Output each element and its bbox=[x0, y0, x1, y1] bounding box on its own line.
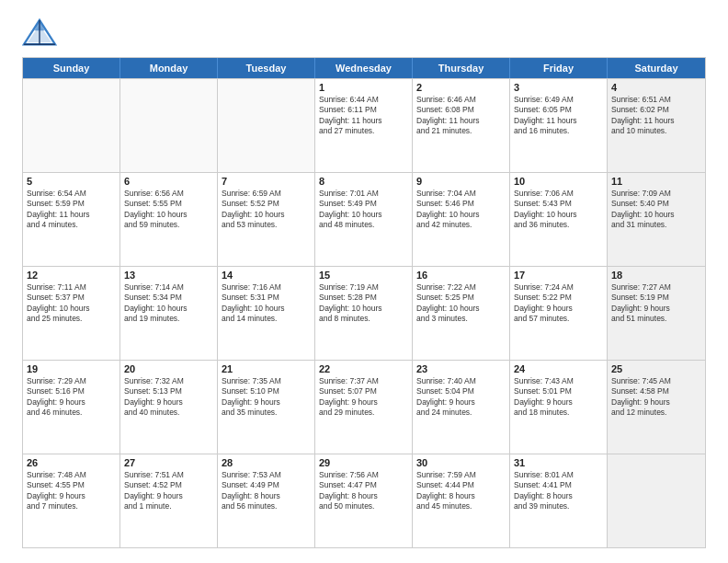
cell-line: Daylight: 8 hours bbox=[319, 491, 408, 501]
cal-cell: 15Sunrise: 7:19 AMSunset: 5:28 PMDayligh… bbox=[315, 267, 413, 360]
cal-cell: 11Sunrise: 7:09 AMSunset: 5:40 PMDayligh… bbox=[608, 173, 705, 266]
day-number: 17 bbox=[514, 270, 603, 281]
cell-line: Sunrise: 7:01 AM bbox=[319, 189, 408, 199]
cell-line: and 46 minutes. bbox=[27, 408, 116, 418]
day-number: 8 bbox=[319, 176, 408, 187]
cell-line: Sunrise: 7:59 AM bbox=[416, 470, 506, 480]
cell-line: Sunrise: 7:04 AM bbox=[416, 189, 506, 199]
cal-cell: 6Sunrise: 6:56 AMSunset: 5:55 PMDaylight… bbox=[120, 173, 218, 266]
day-number: 2 bbox=[416, 82, 506, 93]
cell-line: Sunrise: 6:56 AM bbox=[124, 189, 213, 199]
cell-line: and 56 minutes. bbox=[222, 501, 311, 511]
cell-line: Sunrise: 6:59 AM bbox=[222, 189, 311, 199]
cell-line: and 51 minutes. bbox=[611, 314, 701, 324]
cell-line: Daylight: 9 hours bbox=[416, 397, 506, 408]
cell-line: Sunrise: 7:19 AM bbox=[319, 282, 408, 293]
cell-line: Sunrise: 7:53 AM bbox=[222, 470, 311, 480]
cal-cell: 8Sunrise: 7:01 AMSunset: 5:49 PMDaylight… bbox=[315, 173, 413, 266]
cell-line: and 14 minutes. bbox=[222, 314, 311, 324]
cell-line: Sunrise: 6:49 AM bbox=[514, 95, 603, 105]
cell-line: Daylight: 9 hours bbox=[27, 397, 116, 408]
cell-line: Daylight: 11 hours bbox=[319, 116, 408, 126]
cell-line: and 45 minutes. bbox=[416, 501, 506, 511]
cell-line: Sunset: 4:47 PM bbox=[319, 480, 408, 490]
cell-line: Sunset: 5:46 PM bbox=[416, 199, 506, 209]
cell-line: Daylight: 9 hours bbox=[611, 397, 701, 408]
day-number: 20 bbox=[124, 363, 213, 374]
day-number: 14 bbox=[222, 270, 311, 281]
day-number: 9 bbox=[416, 176, 506, 187]
cal-cell: 17Sunrise: 7:24 AMSunset: 5:22 PMDayligh… bbox=[510, 267, 608, 360]
cell-line: and 35 minutes. bbox=[222, 408, 311, 418]
cal-header-tuesday: Tuesday bbox=[218, 58, 315, 78]
cell-line: Sunset: 5:19 PM bbox=[611, 293, 701, 303]
cell-line: Sunset: 4:58 PM bbox=[611, 386, 701, 396]
cell-line: Daylight: 11 hours bbox=[27, 210, 116, 220]
cell-line: Sunset: 5:28 PM bbox=[319, 293, 408, 303]
cal-week-5: 26Sunrise: 7:48 AMSunset: 4:55 PMDayligh… bbox=[23, 454, 705, 547]
day-number: 1 bbox=[319, 82, 408, 93]
cell-line: Daylight: 9 hours bbox=[514, 304, 603, 314]
cell-line: Sunset: 5:01 PM bbox=[514, 386, 603, 396]
cell-line: and 7 minutes. bbox=[27, 501, 116, 511]
cal-header-wednesday: Wednesday bbox=[315, 58, 413, 78]
cal-cell bbox=[23, 79, 120, 172]
day-number: 12 bbox=[27, 270, 116, 281]
cell-line: Daylight: 8 hours bbox=[222, 491, 311, 501]
cell-line: Sunset: 6:11 PM bbox=[319, 105, 408, 115]
cell-line: and 1 minute. bbox=[124, 501, 213, 511]
cell-line: Sunrise: 7:09 AM bbox=[611, 189, 701, 199]
day-number: 11 bbox=[611, 176, 701, 187]
cal-cell: 22Sunrise: 7:37 AMSunset: 5:07 PMDayligh… bbox=[315, 361, 413, 454]
cal-cell: 21Sunrise: 7:35 AMSunset: 5:10 PMDayligh… bbox=[218, 361, 315, 454]
cal-header-thursday: Thursday bbox=[413, 58, 510, 78]
cal-cell: 20Sunrise: 7:32 AMSunset: 5:13 PMDayligh… bbox=[120, 361, 218, 454]
cell-line: Sunrise: 7:45 AM bbox=[611, 376, 701, 386]
cell-line: Sunrise: 6:46 AM bbox=[416, 95, 506, 105]
cell-line: Sunset: 5:25 PM bbox=[416, 293, 506, 303]
cal-header-saturday: Saturday bbox=[608, 58, 705, 78]
cell-line: Sunset: 5:49 PM bbox=[319, 199, 408, 209]
cell-line: Sunset: 5:34 PM bbox=[124, 293, 213, 303]
cell-line: Daylight: 11 hours bbox=[611, 116, 701, 126]
cell-line: and 10 minutes. bbox=[611, 126, 701, 136]
day-number: 5 bbox=[27, 176, 116, 187]
cell-line: Sunset: 5:13 PM bbox=[124, 386, 213, 396]
cal-cell bbox=[608, 454, 705, 547]
cell-line: Sunset: 4:52 PM bbox=[124, 480, 213, 490]
cal-cell: 14Sunrise: 7:16 AMSunset: 5:31 PMDayligh… bbox=[218, 267, 315, 360]
cell-line: Sunrise: 7:56 AM bbox=[319, 470, 408, 480]
cell-line: and 24 minutes. bbox=[416, 408, 506, 418]
cell-line: Sunset: 5:55 PM bbox=[124, 199, 213, 209]
cell-line: and 50 minutes. bbox=[319, 501, 408, 511]
cell-line: Daylight: 10 hours bbox=[416, 304, 506, 314]
day-number: 27 bbox=[124, 457, 213, 468]
cell-line: Daylight: 10 hours bbox=[514, 210, 603, 220]
cell-line: and 21 minutes. bbox=[416, 126, 506, 136]
cell-line: and 42 minutes. bbox=[416, 220, 506, 230]
cell-line: and 39 minutes. bbox=[514, 501, 603, 511]
cell-line: Sunrise: 7:43 AM bbox=[514, 376, 603, 386]
cell-line: Sunset: 6:08 PM bbox=[416, 105, 506, 115]
cell-line: Sunrise: 7:11 AM bbox=[27, 282, 116, 293]
cell-line: Sunrise: 6:54 AM bbox=[27, 189, 116, 199]
cell-line: Sunset: 4:49 PM bbox=[222, 480, 311, 490]
day-number: 10 bbox=[514, 176, 603, 187]
cal-cell: 2Sunrise: 6:46 AMSunset: 6:08 PMDaylight… bbox=[413, 79, 510, 172]
cal-cell: 4Sunrise: 6:51 AMSunset: 6:02 PMDaylight… bbox=[608, 79, 705, 172]
cell-line: Daylight: 11 hours bbox=[514, 116, 603, 126]
cell-line: Sunrise: 6:44 AM bbox=[319, 95, 408, 105]
cal-cell: 13Sunrise: 7:14 AMSunset: 5:34 PMDayligh… bbox=[120, 267, 218, 360]
day-number: 4 bbox=[611, 82, 701, 93]
cal-cell: 25Sunrise: 7:45 AMSunset: 4:58 PMDayligh… bbox=[608, 361, 705, 454]
cell-line: and 3 minutes. bbox=[416, 314, 506, 324]
cell-line: Sunset: 5:10 PM bbox=[222, 386, 311, 396]
cell-line: Daylight: 10 hours bbox=[319, 210, 408, 220]
logo-icon bbox=[22, 18, 57, 48]
cell-line: Sunset: 5:37 PM bbox=[27, 293, 116, 303]
cell-line: Sunrise: 7:16 AM bbox=[222, 282, 311, 293]
cell-line: Sunset: 5:31 PM bbox=[222, 293, 311, 303]
cell-line: and 27 minutes. bbox=[319, 126, 408, 136]
cell-line: Sunset: 6:02 PM bbox=[611, 105, 701, 115]
day-number: 28 bbox=[222, 457, 311, 468]
